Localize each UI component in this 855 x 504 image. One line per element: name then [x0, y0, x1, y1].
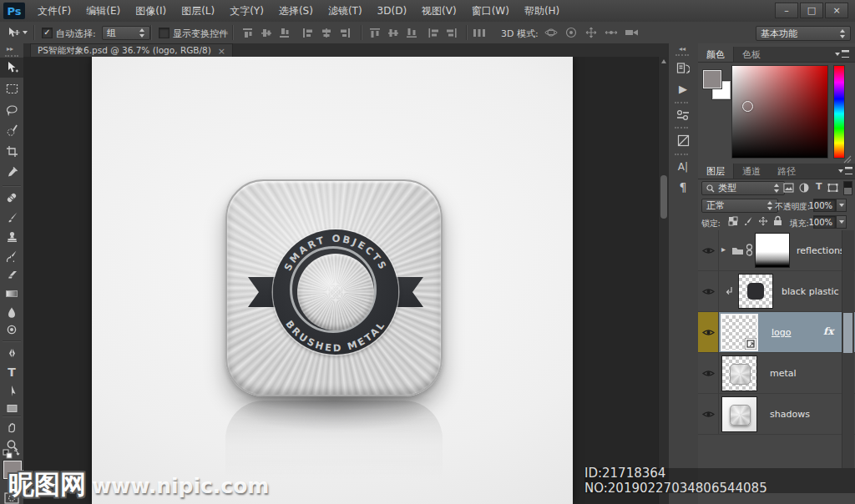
- menu-window[interactable]: 窗口(W): [464, 0, 517, 22]
- color-panel-foreground-swatch[interactable]: [703, 70, 721, 88]
- layer-name[interactable]: shadows: [770, 409, 810, 420]
- lock-all-icon[interactable]: [773, 215, 782, 226]
- filter-pixel-layers-icon[interactable]: [783, 183, 794, 193]
- pen-tool[interactable]: [4, 345, 19, 360]
- history-panel-icon[interactable]: [673, 60, 693, 77]
- eye-icon[interactable]: [702, 328, 715, 337]
- clone-stamp-tool[interactable]: [4, 229, 19, 244]
- distribute-top-edges-icon[interactable]: [369, 28, 381, 38]
- rectangular-marquee-tool[interactable]: [4, 81, 19, 96]
- tab-layers[interactable]: 图层: [698, 164, 734, 179]
- layer-mask-thumbnail[interactable]: [755, 233, 790, 268]
- visibility-cell[interactable]: [698, 312, 719, 352]
- distribute-left-edges-icon[interactable]: [428, 28, 439, 38]
- layer-filter-type-dropdown[interactable]: 类型: [701, 181, 785, 195]
- tab-paths[interactable]: 路径: [769, 164, 804, 179]
- layers-scrollbar-thumb[interactable]: [843, 313, 852, 353]
- layer-name[interactable]: logo: [772, 327, 792, 338]
- align-bottom-edges-icon[interactable]: [279, 28, 291, 38]
- lock-pixels-icon[interactable]: [743, 216, 753, 226]
- auto-select-target-dropdown[interactable]: 组: [102, 26, 150, 40]
- close-button[interactable]: ×: [825, 3, 848, 18]
- blend-mode-dropdown[interactable]: 正常: [701, 199, 778, 213]
- 3d-camera-icon[interactable]: [625, 27, 640, 38]
- mask-link-icon[interactable]: [746, 242, 753, 259]
- workspace-switcher-dropdown[interactable]: 基本功能: [756, 26, 851, 41]
- minimize-button[interactable]: –: [775, 3, 798, 18]
- dodge-tool[interactable]: [4, 322, 19, 337]
- 3d-pan-icon[interactable]: [584, 27, 598, 38]
- menu-layer[interactable]: 图层(L): [174, 0, 222, 22]
- layer-row-reflections[interactable]: ▸ reflections: [698, 230, 855, 271]
- styles-panel-icon[interactable]: [673, 132, 693, 149]
- canvas-pasteboard[interactable]: SMART OBJECTS BRUSHED METAL: [23, 57, 668, 504]
- menu-help[interactable]: 帮助(H): [517, 0, 567, 22]
- maximize-button[interactable]: □: [800, 3, 823, 18]
- 3d-roll-icon[interactable]: [564, 27, 578, 38]
- distribute-spacing-icon[interactable]: [473, 28, 486, 38]
- path-selection-tool[interactable]: [4, 383, 19, 398]
- scrollbar-thumb[interactable]: [660, 175, 667, 219]
- layer-row-shadows[interactable]: shadows: [698, 394, 855, 435]
- brush-tool[interactable]: [4, 209, 19, 224]
- eye-icon[interactable]: [702, 287, 715, 296]
- 3d-slide-icon[interactable]: [605, 27, 618, 38]
- filter-adjustment-layers-icon[interactable]: [799, 183, 809, 193]
- opacity-value[interactable]: 100%: [813, 199, 836, 212]
- layer-effects-badge[interactable]: fx: [823, 325, 833, 337]
- align-vertical-centers-icon[interactable]: [261, 28, 272, 38]
- layer-name[interactable]: metal: [770, 368, 797, 379]
- collapse-chevrons-icon[interactable]: ▸▸: [7, 45, 13, 53]
- filter-type-layers-icon[interactable]: T: [816, 181, 822, 192]
- eye-icon[interactable]: [702, 410, 715, 419]
- menu-filter[interactable]: 滤镜(T): [321, 0, 370, 22]
- eraser-tool[interactable]: [4, 267, 19, 282]
- lock-transparency-icon[interactable]: [728, 216, 738, 226]
- move-tool[interactable]: [4, 60, 19, 75]
- layer-row-logo-selected[interactable]: logo fx: [698, 312, 855, 353]
- tab-close-icon[interactable]: ×: [218, 46, 225, 57]
- eye-icon[interactable]: [702, 369, 715, 378]
- rectangle-tool[interactable]: [4, 401, 19, 416]
- menu-select[interactable]: 选择(S): [271, 0, 321, 22]
- canvas-image[interactable]: SMART OBJECTS BRUSHED METAL: [92, 57, 573, 504]
- swap-colors-icon[interactable]: [3, 449, 21, 459]
- menu-type[interactable]: 文字(Y): [222, 0, 271, 22]
- menu-3d[interactable]: 3D(D): [370, 0, 414, 22]
- paragraph-panel-icon[interactable]: ¶: [673, 179, 693, 195]
- lasso-tool[interactable]: [4, 102, 19, 117]
- scroll-up-arrow-icon[interactable]: [661, 59, 666, 63]
- tab-channels[interactable]: 通道: [734, 164, 769, 179]
- color-picker-cursor[interactable]: [742, 101, 753, 112]
- layer-row-metal[interactable]: metal: [698, 353, 855, 394]
- group-expand-icon[interactable]: ▸: [721, 244, 726, 254]
- align-top-edges-icon[interactable]: [242, 28, 254, 38]
- document-vertical-scrollbar[interactable]: [658, 57, 668, 504]
- menu-file[interactable]: 文件(F): [30, 0, 78, 22]
- show-transform-checkbox[interactable]: [159, 28, 169, 38]
- panel-resize-grip[interactable]: [843, 155, 852, 164]
- tab-color[interactable]: 颜色: [698, 47, 734, 62]
- gradient-tool[interactable]: [4, 286, 19, 301]
- actions-panel-icon[interactable]: ▶: [673, 80, 693, 97]
- spot-healing-brush-tool[interactable]: [4, 190, 19, 205]
- quick-selection-tool[interactable]: [4, 123, 19, 138]
- layer-name[interactable]: black plastic: [782, 286, 839, 297]
- layer-thumbnail[interactable]: [738, 274, 773, 309]
- color-picker-field[interactable]: [731, 65, 828, 159]
- visibility-cell[interactable]: [698, 394, 719, 434]
- distribute-vertical-centers-icon[interactable]: [387, 28, 399, 38]
- 3d-orbit-icon[interactable]: [544, 27, 558, 38]
- panel-grip[interactable]: [675, 54, 689, 56]
- align-horizontal-centers-icon[interactable]: [321, 28, 332, 38]
- crop-tool[interactable]: [4, 144, 19, 159]
- layer-thumbnail[interactable]: [721, 355, 757, 391]
- filter-toggle-switch[interactable]: [843, 181, 852, 195]
- auto-select-checkbox[interactable]: ✓: [42, 28, 53, 38]
- panel-grip[interactable]: [675, 154, 688, 155]
- smart-object-thumbnail[interactable]: [721, 314, 758, 351]
- panel-menu-icon[interactable]: [838, 167, 852, 174]
- character-panel-icon[interactable]: A|: [673, 159, 693, 175]
- panel-grip[interactable]: [5, 55, 18, 57]
- menu-edit[interactable]: 编辑(E): [78, 0, 128, 22]
